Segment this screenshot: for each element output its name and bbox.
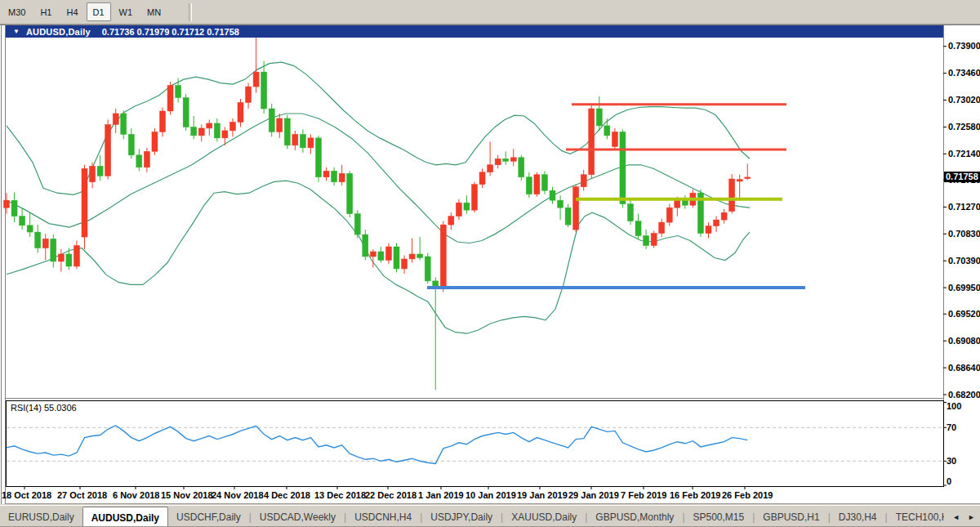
candle-bearish xyxy=(363,234,368,257)
price-axis-label: 0.69950 xyxy=(948,284,980,293)
candle-bullish xyxy=(456,203,461,216)
chart-tab-usdcad-weekly[interactable]: USDCAD,Weekly xyxy=(252,506,344,527)
price-axis-label: 0.73460 xyxy=(948,69,980,78)
candle-bearish xyxy=(128,134,134,154)
candle-bearish xyxy=(394,247,399,269)
candle-bearish xyxy=(503,159,509,161)
candle-bullish xyxy=(706,226,711,234)
candle-bullish xyxy=(479,172,485,185)
candle-bearish xyxy=(565,208,571,225)
candle-bearish xyxy=(425,257,430,281)
tab-scroll-right-icon[interactable]: ► xyxy=(968,513,975,521)
candle-bullish xyxy=(339,173,345,181)
candle-bullish xyxy=(440,225,446,287)
candle-bearish xyxy=(35,232,41,248)
date-axis-label: 19 Jan 2019 xyxy=(517,490,568,500)
tab-scroll-left-icon[interactable]: ◄ xyxy=(952,513,960,521)
candle-bearish xyxy=(354,214,360,234)
candle-bearish xyxy=(316,138,322,177)
chart-tab-eurusd-daily[interactable]: EURUSD,Daily xyxy=(0,506,82,527)
candle-bearish xyxy=(214,123,220,138)
candle-bearish xyxy=(417,254,423,257)
candle-bearish xyxy=(550,190,555,200)
candle-bearish xyxy=(51,239,56,261)
candle-bullish xyxy=(4,200,10,208)
candle-bearish xyxy=(136,155,142,167)
date-axis-label: 10 Jan 2019 xyxy=(466,490,516,500)
candle-bullish xyxy=(737,180,742,181)
candle-bullish xyxy=(573,187,579,230)
candle-bullish xyxy=(534,175,540,194)
rsi-axis-label: 30 xyxy=(947,457,956,466)
candle-bearish xyxy=(269,109,274,132)
price-chart-canvas[interactable] xyxy=(0,0,980,527)
candle-bullish xyxy=(253,72,259,87)
chart-tab-dj30-h4[interactable]: DJ30,H4 xyxy=(831,506,885,527)
candle-bearish xyxy=(27,226,33,232)
candle-bullish xyxy=(246,87,252,102)
candle-bearish xyxy=(176,86,181,98)
date-axis-label: 18 Oct 2018 xyxy=(2,490,51,500)
candle-bullish xyxy=(612,132,617,146)
candle-bullish xyxy=(74,246,79,266)
chart-tab-gbpusd-h1[interactable]: GBPUSD,H1 xyxy=(755,506,827,527)
candle-bearish xyxy=(604,126,610,136)
date-axis-label: 1 Jan 2019 xyxy=(418,490,464,500)
candle-bearish xyxy=(635,221,641,236)
candle-bullish xyxy=(729,179,735,212)
chart-tab-xauusd-daily[interactable]: XAUUSD,Daily xyxy=(503,506,585,527)
date-axis-label: 24 Nov 2018 xyxy=(212,490,264,500)
candle-bearish xyxy=(347,173,353,213)
price-axis-label: 0.72140 xyxy=(948,150,980,159)
chart-tab-bar: EURUSD,DailyAUDUSD,DailyUSDCHF,Daily|USD… xyxy=(0,505,980,527)
candle-bullish xyxy=(472,185,478,210)
price-axis-label: 0.70830 xyxy=(948,230,980,239)
candle-bullish xyxy=(510,158,516,161)
candle-bullish xyxy=(160,111,166,132)
rsi-axis-label: 100 xyxy=(947,402,961,411)
candle-bullish xyxy=(721,212,727,220)
candle-bearish xyxy=(682,200,688,205)
date-axis-label: 16 Feb 2019 xyxy=(670,490,720,500)
candle-bearish xyxy=(644,236,649,246)
price-axis-label: 0.69080 xyxy=(948,337,980,346)
candle-bearish xyxy=(284,118,290,145)
price-axis-label: 0.68200 xyxy=(948,391,980,400)
candle-bearish xyxy=(378,252,384,260)
candle-bullish xyxy=(167,86,173,111)
chart-tab-sp500-m15[interactable]: SP500,M15 xyxy=(685,506,753,527)
candle-bullish xyxy=(58,254,64,261)
candle-bearish xyxy=(526,177,532,194)
candle-bullish xyxy=(152,132,158,151)
candle-bullish xyxy=(495,159,501,164)
candle-bullish xyxy=(745,177,751,179)
candle-bearish xyxy=(121,114,127,134)
price-axis-label: 0.73900 xyxy=(948,42,980,51)
candle-bearish xyxy=(261,72,267,109)
candle-bearish xyxy=(20,217,25,226)
rsi-axis-label: 0 xyxy=(947,477,951,486)
candle-bullish xyxy=(207,123,212,128)
candle-bullish xyxy=(198,128,204,136)
candle-bullish xyxy=(385,247,391,260)
candle-bullish xyxy=(488,165,493,172)
chart-tab-usdchf-daily[interactable]: USDCHF,Daily xyxy=(168,506,249,527)
price-axis-label: 0.72580 xyxy=(948,123,980,132)
candle-bearish xyxy=(66,254,72,266)
candle-bearish xyxy=(628,204,634,221)
candle-bearish xyxy=(191,127,197,135)
candle-bullish xyxy=(589,109,595,175)
candle-bullish xyxy=(651,234,657,246)
chart-tab-tech100-h[interactable]: TECH100,H xyxy=(888,506,945,527)
chart-tab-usdcnh-h4[interactable]: USDCNH,H4 xyxy=(346,506,420,527)
chart-tab-gbpusd-monthly[interactable]: GBPUSD,Monthly xyxy=(587,506,682,527)
chart-tab-usdjpy-daily[interactable]: USDJPY,Daily xyxy=(422,506,501,527)
candle-bullish xyxy=(105,124,111,176)
chart-tab-audusd-daily[interactable]: AUDUSD,Daily xyxy=(82,507,168,527)
candle-bullish xyxy=(144,151,149,167)
candle-bearish xyxy=(11,200,17,216)
candle-bullish xyxy=(238,103,243,123)
date-axis-label: 7 Feb 2019 xyxy=(621,490,666,500)
date-axis-label: 27 Oct 2018 xyxy=(57,490,107,500)
rsi-indicator-label: RSI(14) 55.0306 xyxy=(11,403,77,413)
